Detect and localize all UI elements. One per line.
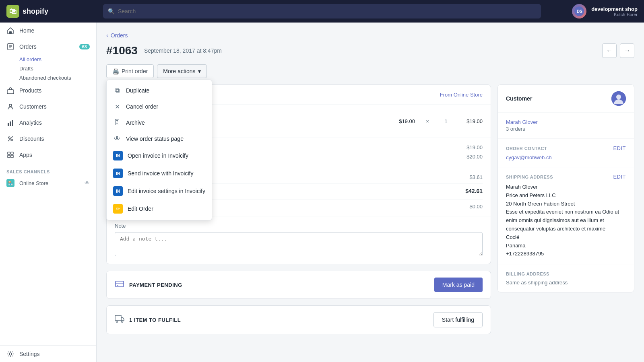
svg-rect-15 [8, 152, 10, 154]
analytics-label: Analytics [19, 119, 42, 126]
product-qty: 1 [440, 118, 452, 124]
duplicate-icon: ⧉ [113, 86, 121, 95]
sidebar-item-discounts[interactable]: Discounts [0, 131, 96, 147]
svg-rect-16 [11, 152, 13, 154]
svg-point-8 [9, 104, 12, 107]
fulfill-label: 1 ITEM TO FULFILL [129, 317, 181, 323]
dropdown-cancel-order[interactable]: ✕ Cancel order [107, 99, 212, 115]
billing-same-text: Same as shipping address [506, 280, 626, 286]
sidebar-home-label: Home [19, 27, 34, 34]
dropdown-edit-invoice-settings[interactable]: IN Edit invoice settings in Invoicify [107, 182, 212, 200]
fulfill-left: 1 ITEM TO FULFILL [115, 314, 181, 326]
logo[interactable]: 🛍 shopify [6, 5, 103, 18]
eye-status-icon: 👁 [113, 135, 121, 143]
billing-address-label: BILLING ADDRESS [506, 272, 626, 276]
shipping-address-text: Marah Glover Price and Peters LLC 20 Nor… [506, 183, 626, 258]
dropdown-view-status[interactable]: 👁 View order status page [107, 131, 212, 147]
sidebar-item-home[interactable]: Home [0, 23, 96, 39]
svg-point-26 [122, 321, 123, 322]
right-panel: Customer Marah Glover 3 orders ORDER CON… [497, 84, 634, 334]
customer-header: Customer [498, 85, 634, 113]
dropdown-edit-order[interactable]: ✏ Edit Order [107, 200, 212, 218]
breadcrumb[interactable]: ‹ Orders [106, 32, 634, 39]
sidebar-orders-label: Orders [19, 43, 37, 50]
sidebar-item-products[interactable]: Products [0, 82, 96, 99]
sidebar-item-customers[interactable]: Customers [0, 99, 96, 115]
shipping-cost: $20.00 [466, 154, 483, 171]
sidebar-sub-abandoned[interactable]: Abandoned checkouts [0, 73, 96, 82]
truck-icon [115, 314, 124, 326]
note-label: Note [115, 223, 483, 229]
order-contact-label: ORDER CONTACT Edit [506, 145, 626, 151]
sidebar-item-analytics[interactable]: Analytics [0, 115, 96, 131]
contact-email[interactable]: cygav@mobweb.ch [506, 154, 626, 160]
sidebar-sub-all-orders[interactable]: All orders [0, 55, 96, 64]
search-input[interactable] [118, 8, 536, 14]
subtotal-value: $19.00 [466, 144, 483, 150]
all-orders-label: All orders [19, 56, 41, 62]
eye-icon: 👁 [85, 180, 90, 186]
sidebar-item-settings[interactable]: Settings [0, 346, 96, 362]
svg-rect-2 [9, 31, 12, 34]
grand-total-value: $42.61 [465, 188, 483, 194]
analytics-icon [6, 119, 14, 127]
more-actions-dropdown: ⧉ Duplicate ✕ Cancel order 🗄 Archive 👁 V… [106, 80, 212, 220]
home-icon [6, 27, 14, 35]
svg-rect-7 [7, 90, 14, 94]
shopify-bag-icon: 🛍 [6, 5, 19, 18]
top-nav: 🛍 shopify 🔍 DS development shop Kutch-Bo… [0, 0, 644, 23]
search-icon: 🔍 [108, 8, 115, 14]
sidebar-item-orders[interactable]: Orders 63 [0, 39, 96, 55]
prev-order-button[interactable]: ← [602, 43, 617, 58]
page-header-left: #1063 September 18, 2017 at 8:47pm [106, 44, 222, 57]
avatar[interactable]: DS [572, 4, 586, 19]
svg-point-19 [9, 353, 12, 355]
sales-channels-title: SALES CHANNELS [0, 163, 96, 176]
sidebar-item-apps[interactable]: Apps [0, 147, 96, 163]
svg-text:DS: DS [577, 9, 582, 14]
discounts-icon [6, 135, 14, 143]
from-store: From Online Store [440, 92, 483, 98]
customer-title: Customer [506, 95, 532, 102]
settings-icon [6, 350, 14, 358]
shipping-edit-link[interactable]: Edit [613, 174, 626, 180]
apps-icon [6, 151, 14, 159]
breadcrumb-label: Orders [111, 32, 128, 39]
print-label: Print order [122, 68, 148, 74]
invoicify-icon: IN [113, 151, 123, 160]
toolbar: 🖨️ Print order More actions ▾ ⧉ Duplicat… [106, 64, 634, 78]
payment-pending-left: PAYMENT PENDING [115, 279, 182, 291]
customer-name[interactable]: Marah Glover [506, 119, 626, 125]
shop-info: development shop Kutch-Borer [591, 6, 638, 17]
note-section: Note [107, 216, 491, 264]
dropdown-archive[interactable]: 🗄 Archive [107, 115, 212, 131]
dropdown-open-invoice[interactable]: IN Open invoice in Invoicify [107, 147, 212, 165]
mark-as-paid-button[interactable]: Mark as paid [434, 278, 483, 292]
settings-label: Settings [19, 351, 40, 357]
dropdown-duplicate[interactable]: ⧉ Duplicate [107, 82, 212, 99]
start-fulfilling-button[interactable]: Start fulfilling [433, 312, 483, 327]
more-actions-button[interactable]: More actions ▾ [157, 64, 206, 78]
customer-avatar [611, 91, 626, 106]
sidebar-online-store[interactable]: 🏪 Online Store 👁 [0, 176, 96, 190]
shop-name: development shop [591, 6, 638, 12]
order-date: September 18, 2017 at 8:47pm [144, 47, 222, 54]
products-icon [6, 86, 14, 95]
order-number: #1063 [106, 44, 138, 57]
svg-rect-22 [116, 281, 124, 287]
note-input[interactable] [115, 232, 483, 256]
print-order-button[interactable]: 🖨️ Print order [106, 64, 154, 78]
dropdown-send-invoice[interactable]: IN Send invoice with Invoicify [107, 165, 212, 182]
orders-badge: 63 [79, 44, 90, 49]
printer-icon: 🖨️ [112, 68, 119, 74]
cancel-icon: ✕ [113, 103, 121, 111]
contact-edit-link[interactable]: Edit [613, 145, 626, 151]
note-divider: Note [107, 216, 491, 264]
shipping-address-section: SHIPPING ADDRESS Edit Marah Glover Price… [498, 167, 634, 265]
svg-point-25 [116, 321, 118, 322]
main-content: ‹ Orders #1063 September 18, 2017 at 8:4… [97, 23, 644, 362]
invoicify-settings-icon: IN [113, 186, 123, 196]
next-order-button[interactable]: → [620, 43, 634, 58]
search-bar[interactable]: 🔍 [103, 4, 541, 19]
sidebar-sub-drafts[interactable]: Drafts [0, 64, 96, 73]
